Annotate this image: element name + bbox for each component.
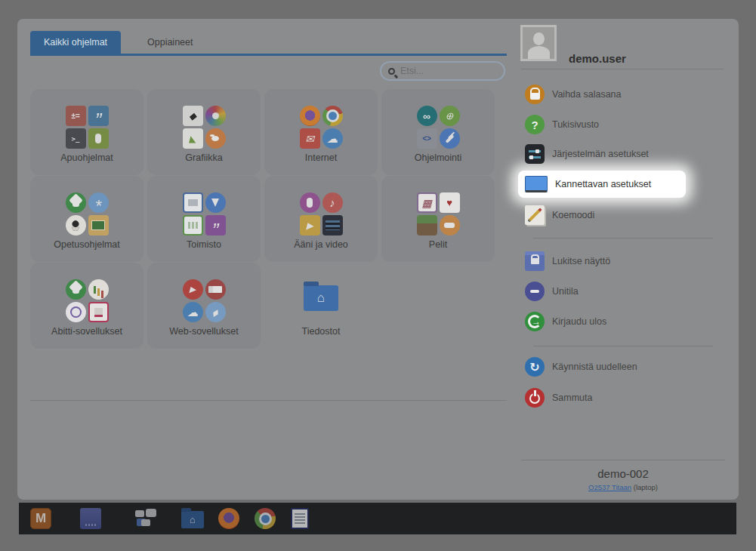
machine-type: (laptop) bbox=[631, 483, 658, 491]
tux-penguin-icon bbox=[66, 215, 86, 235]
tile-grafiikka[interactable]: Grafiikka bbox=[147, 89, 261, 175]
impress-document-icon bbox=[88, 302, 109, 322]
desktop-icon[interactable] bbox=[80, 508, 101, 529]
ring-icon bbox=[66, 302, 86, 322]
menu-item-label: Tukisivusto bbox=[552, 119, 599, 130]
firefox-icon[interactable] bbox=[218, 508, 239, 529]
chart-icon bbox=[88, 279, 109, 300]
gamepad-icon bbox=[440, 215, 460, 235]
tab-subjects[interactable]: Oppiaineet bbox=[137, 31, 203, 54]
tile-tiedostot[interactable]: Tiedostot bbox=[264, 263, 378, 349]
username: demo.user bbox=[569, 52, 626, 65]
application-menu-panel: Kaikki ohjelmat Oppiaineet Apuohjelmat bbox=[17, 19, 739, 500]
mouse-icon bbox=[88, 128, 109, 149]
menu-item-unitila[interactable]: Unitila bbox=[525, 281, 579, 302]
divider bbox=[521, 69, 724, 69]
taskbar: M bbox=[19, 503, 736, 534]
arduino-icon bbox=[417, 106, 437, 126]
divider bbox=[533, 238, 713, 239]
file-manager-icon[interactable] bbox=[181, 511, 204, 528]
tile-label: Apuohjelmat bbox=[30, 152, 143, 163]
menu-item-label: Koemoodi bbox=[552, 210, 594, 220]
tile-apuohjelmat[interactable]: Apuohjelmat bbox=[30, 89, 143, 175]
tile-aani-ja-video[interactable]: Ääni ja video bbox=[264, 176, 378, 262]
search-icon bbox=[388, 68, 395, 75]
laptop-icon bbox=[525, 176, 548, 192]
minecraft-icon bbox=[417, 215, 437, 235]
menu-item-label: Käynnistä uudelleen bbox=[552, 362, 637, 372]
image-editor-icon bbox=[183, 128, 203, 149]
menu-item-jarjestelman-asetukset[interactable]: Järjestelmän asetukset bbox=[525, 143, 649, 165]
tab-underline bbox=[30, 54, 507, 56]
youtube-icon bbox=[183, 279, 203, 300]
graduation-cap-icon bbox=[66, 192, 86, 213]
color-wheel-icon bbox=[205, 106, 226, 126]
calculator-icon bbox=[66, 106, 86, 126]
system-settings-icon bbox=[525, 144, 545, 164]
menu-item-kaynnista-uudelleen[interactable]: Käynnistä uudelleen bbox=[525, 356, 637, 377]
cloud-icon bbox=[183, 302, 203, 322]
build-hammer-icon bbox=[440, 128, 460, 149]
menu-m-icon[interactable]: M bbox=[30, 508, 51, 529]
calc-document-icon bbox=[183, 215, 203, 235]
lock-icon bbox=[525, 85, 545, 104]
menu-item-label: Lukitse näyttö bbox=[552, 256, 610, 266]
tile-label: Ääni ja video bbox=[264, 239, 378, 250]
menu-item-tukisivusto[interactable]: Tukisivusto bbox=[525, 114, 599, 135]
tile-internet[interactable]: Internet bbox=[264, 89, 378, 175]
android-studio-icon bbox=[440, 106, 460, 126]
help-icon bbox=[525, 115, 545, 134]
search-box[interactable] bbox=[380, 61, 505, 81]
sleep-icon bbox=[525, 282, 545, 301]
avatar bbox=[520, 25, 557, 61]
menu-item-koemoodi[interactable]: Koemoodi bbox=[525, 205, 594, 226]
machine-name: demo-002 bbox=[521, 467, 725, 480]
menu-item-vaihda-salasana[interactable]: Vaihda salasana bbox=[525, 84, 622, 105]
tile-label: Ohjelmointi bbox=[381, 152, 495, 163]
firefox-icon bbox=[300, 106, 320, 126]
divider bbox=[533, 346, 713, 346]
menu-item-kannettavan-asetukset[interactable]: Kannettavan asetukset bbox=[525, 174, 651, 195]
gmail-icon bbox=[300, 128, 320, 149]
lock-screen-icon bbox=[525, 251, 545, 271]
logout-icon bbox=[525, 312, 545, 331]
chrome-icon[interactable] bbox=[255, 508, 276, 529]
menu-item-label: Kannettavan asetukset bbox=[555, 179, 651, 189]
tile-label: Internet bbox=[264, 152, 378, 163]
machine-link[interactable]: O2537 Titaan bbox=[588, 483, 631, 491]
search-input[interactable] bbox=[400, 66, 491, 76]
tab-all-programs[interactable]: Kaikki ohjelmat bbox=[30, 31, 121, 54]
terminal-icon bbox=[66, 128, 86, 149]
chrome-icon bbox=[322, 106, 343, 126]
blender-icon bbox=[205, 128, 226, 149]
tile-pelit[interactable]: Pelit bbox=[381, 176, 495, 262]
tile-label: Toimisto bbox=[147, 239, 261, 250]
menu-item-label: Vaihda salasana bbox=[552, 89, 622, 100]
folder-home-icon bbox=[304, 285, 338, 311]
tile-label: Web-sovellukset bbox=[147, 326, 261, 337]
tile-toimisto[interactable]: Toimisto bbox=[147, 176, 261, 262]
notes-icon bbox=[88, 106, 109, 126]
microphone-icon bbox=[300, 192, 320, 213]
divider bbox=[521, 460, 725, 460]
menu-item-lukitse-naytto[interactable]: Lukitse näyttö bbox=[525, 251, 610, 272]
menu-item-label: Kirjaudu ulos bbox=[552, 316, 606, 327]
screen: Kaikki ohjelmat Oppiaineet Apuohjelmat bbox=[0, 0, 756, 551]
menu-item-kirjaudu-ulos[interactable]: Kirjaudu ulos bbox=[525, 311, 606, 332]
atom-icon bbox=[88, 192, 109, 213]
music-note-icon bbox=[322, 192, 343, 213]
tile-opetusohjelmat[interactable]: Opetusohjelmat bbox=[30, 176, 143, 262]
menu-item-sammuta[interactable]: Sammuta bbox=[525, 387, 593, 408]
window-tiles-icon[interactable] bbox=[135, 508, 156, 529]
menu-item-label: Unitila bbox=[552, 286, 579, 297]
divider bbox=[30, 400, 507, 401]
machine-info: O2537 Titaan (laptop) bbox=[521, 483, 725, 491]
cloud-icon bbox=[322, 128, 343, 149]
tile-abitti-sovellukset[interactable]: Abitti-sovellukset bbox=[30, 263, 143, 349]
tile-web-sovellukset[interactable]: Web-sovellukset bbox=[147, 263, 261, 349]
book-icon bbox=[205, 279, 226, 300]
tile-ohjelmointi[interactable]: Ohjelmointi bbox=[381, 89, 495, 175]
tile-label: Grafiikka bbox=[147, 152, 261, 163]
video-editor-icon bbox=[322, 215, 343, 235]
writer-icon[interactable] bbox=[291, 508, 309, 529]
